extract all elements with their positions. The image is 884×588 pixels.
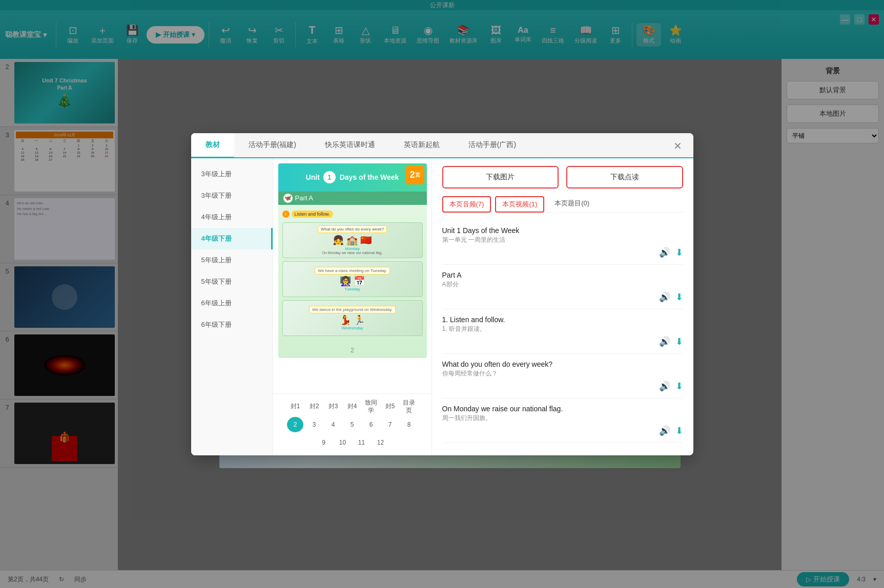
download-audio-4-btn[interactable]: ⬇: [675, 381, 683, 392]
modal-right-panel: 下载图片 下载点读 本页音频(7) 本页视频(1) 本页: [432, 158, 693, 455]
audio-item-1: Unit 1 Days of the Week 第一单元 一周里的生活 🔊 ⬇: [442, 220, 683, 265]
page-btn-11[interactable]: 11: [354, 435, 370, 450]
audio-item-2: Part A A部分 🔊 ⬇: [442, 265, 683, 309]
nav-grade4-lower[interactable]: 4年级下册: [191, 228, 273, 249]
nav-grade6-upper[interactable]: 6年级上册: [191, 292, 273, 314]
modal-tab-guangxi[interactable]: 活动手册(广西): [454, 133, 530, 158]
modal-actions: 下载图片 下载点读: [442, 166, 683, 188]
modal-close-btn[interactable]: ✕: [670, 138, 686, 154]
modal-tab-happy[interactable]: 快乐英语课时通: [311, 133, 389, 158]
play-audio-2-btn[interactable]: 🔊: [659, 291, 670, 303]
nav-grade4-upper[interactable]: 4年级上册: [191, 206, 273, 228]
nav-grade3-lower[interactable]: 3年级下册: [191, 185, 273, 206]
sub-tab-audio[interactable]: 本页音频(7): [442, 196, 491, 213]
preview-scene-2: We have a class meeting on Tuesday. 👩‍🏫 …: [282, 261, 423, 297]
preview-header: Unit 1 Days of the Week 2 页: [278, 163, 427, 192]
page-btn-cover2[interactable]: 封2: [306, 399, 322, 414]
page-btn-student[interactable]: 致同学: [363, 399, 379, 414]
textbook-modal: 教材 活动手册(福建) 快乐英语课时通 英语新起航 活动手册(广西) ✕ 3年级…: [191, 133, 693, 455]
nav-grade3-upper[interactable]: 3年级上册: [191, 163, 273, 185]
page-btn-index[interactable]: 目录页: [401, 399, 417, 414]
audio-actions-3: 🔊 ⬇: [442, 336, 683, 347]
nav-grade5-upper[interactable]: 5年级上册: [191, 249, 273, 271]
audio-actions-1: 🔊 ⬇: [442, 247, 683, 258]
nav-grade6-lower[interactable]: 6年级下册: [191, 314, 273, 335]
audio-actions-5: 🔊 ⬇: [442, 425, 683, 436]
audio-title-2: Part A: [442, 271, 683, 279]
audio-title-5: On Monday we raise our national flag.: [442, 405, 683, 413]
audio-list: Unit 1 Days of the Week 第一单元 一周里的生活 🔊 ⬇ …: [442, 220, 683, 448]
page-btn-cover3[interactable]: 封3: [325, 399, 341, 414]
modal-tab-newstart[interactable]: 英语新起航: [389, 133, 454, 158]
page-btn-2[interactable]: 2: [287, 417, 303, 432]
audio-item-4: What do you often do every week? 你每周经常做什…: [442, 354, 683, 398]
page-btn-4[interactable]: 4: [325, 417, 341, 432]
page-btn-10[interactable]: 10: [335, 435, 351, 450]
page-btn-cover1[interactable]: 封1: [287, 399, 303, 414]
download-audio-1-btn[interactable]: ⬇: [675, 247, 683, 258]
play-audio-1-btn[interactable]: 🔊: [659, 247, 670, 258]
page-btn-7[interactable]: 7: [382, 417, 398, 432]
audio-item-3: 1. Listen and follow. 1. 听音并跟读。 🔊 ⬇: [442, 309, 683, 354]
page-btn-8[interactable]: 8: [401, 417, 417, 432]
audio-actions-2: 🔊 ⬇: [442, 291, 683, 303]
modal-sub-tabs: 本页音频(7) 本页视频(1) 本页题目(0): [442, 196, 683, 213]
audio-sub-3: 1. 听音并跟读。: [442, 325, 683, 333]
modal-body: 3年级上册 3年级下册 4年级上册 4年级下册 5年级上册 5年级下册 6年级上…: [191, 158, 693, 455]
download-audio-3-btn[interactable]: ⬇: [675, 336, 683, 347]
preview-scenes: 1 Listen and follow. What do you often d…: [278, 205, 427, 340]
audio-actions-4: 🔊 ⬇: [442, 381, 683, 392]
preview-bottom-page-num: 2: [351, 347, 354, 354]
page-btn-9[interactable]: 9: [316, 435, 332, 450]
modal-preview-area: Unit 1 Days of the Week 2 页 🦋: [273, 158, 431, 393]
sub-tab-questions[interactable]: 本页题目(0): [548, 196, 595, 213]
preview-scene-3: We dance in the playground on Wednesday.…: [282, 300, 423, 336]
preview-scene-1: What do you often do every week? 👧 🏫 🇨🇳 …: [282, 222, 423, 258]
play-audio-5-btn[interactable]: 🔊: [659, 425, 670, 436]
preview-image: Unit 1 Days of the Week 2 页 🦋: [278, 163, 427, 358]
page-btn-5[interactable]: 5: [344, 417, 360, 432]
download-audio-btn[interactable]: 下载点读: [566, 166, 683, 188]
download-audio-5-btn[interactable]: ⬇: [675, 425, 683, 436]
play-audio-4-btn[interactable]: 🔊: [659, 381, 670, 392]
page-btn-cover5[interactable]: 封5: [382, 399, 398, 414]
preview-page-badge: 2 页: [406, 166, 424, 184]
modal-left-nav: 3年级上册 3年级下册 4年级上册 4年级下册 5年级上册 5年级下册 6年级上…: [191, 158, 273, 455]
modal-tab-textbook[interactable]: 教材: [191, 133, 234, 158]
page-btn-3[interactable]: 3: [306, 417, 322, 432]
preview-unit-title: Unit 1 Days of the Week: [306, 171, 399, 183]
audio-title-4: What do you often do every week?: [442, 360, 683, 368]
download-audio-2-btn[interactable]: ⬇: [675, 291, 683, 303]
modal-tab-fujian[interactable]: 活动手册(福建): [234, 133, 311, 158]
play-audio-3-btn[interactable]: 🔊: [659, 336, 670, 347]
page-btn-6[interactable]: 6: [363, 417, 379, 432]
modal-center-panel: Unit 1 Days of the Week 2 页 🦋: [273, 158, 432, 455]
audio-title-1: Unit 1 Days of the Week: [442, 226, 683, 235]
audio-title-3: 1. Listen and follow.: [442, 316, 683, 324]
modal-overlay: 教材 活动手册(福建) 快乐英语课时通 英语新起航 活动手册(广西) ✕ 3年级…: [0, 0, 884, 588]
modal-tab-bar: 教材 活动手册(福建) 快乐英语课时通 英语新起航 活动手册(广西) ✕: [191, 133, 693, 158]
audio-item-5: On Monday we raise our national flag. 周一…: [442, 398, 683, 443]
page-btn-12[interactable]: 12: [373, 435, 389, 450]
sub-tab-video[interactable]: 本页视频(1): [495, 196, 544, 213]
audio-sub-5: 周一我们升国旗。: [442, 414, 683, 423]
audio-sub-1: 第一单元 一周里的生活: [442, 236, 683, 244]
download-img-btn[interactable]: 下载图片: [442, 166, 559, 188]
page-btn-cover4[interactable]: 封4: [344, 399, 360, 414]
audio-sub-4: 你每周经常做什么？: [442, 369, 683, 378]
modal-pagination: 封1 封2 封3 封4 致同学 封5 目录页 2 3 4 5 6 7 8 9 1…: [273, 393, 431, 455]
preview-part-header: 🦋 Part A: [278, 192, 427, 205]
nav-grade5-lower[interactable]: 5年级下册: [191, 271, 273, 292]
audio-sub-2: A部分: [442, 280, 683, 289]
